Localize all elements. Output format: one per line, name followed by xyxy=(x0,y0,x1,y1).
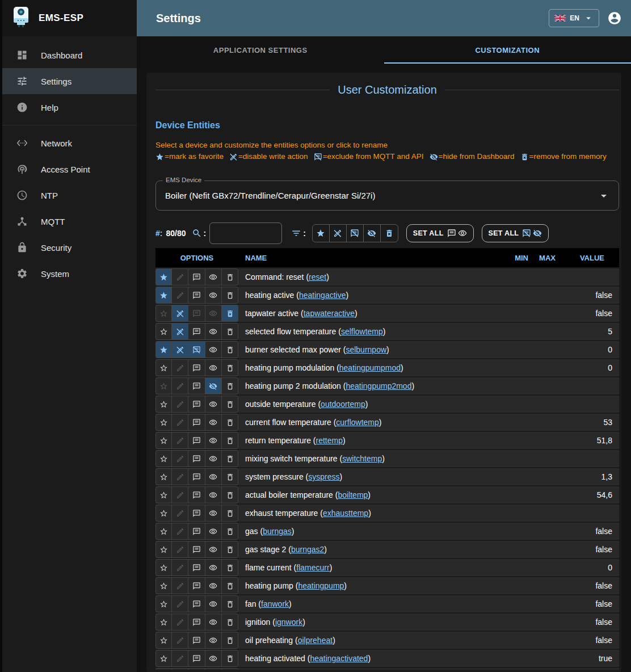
favorite-button[interactable] xyxy=(155,323,172,340)
favorite-button[interactable] xyxy=(155,577,172,594)
entity-code-link[interactable]: flamecurr xyxy=(296,563,329,572)
edit-rename-button[interactable] xyxy=(172,523,188,540)
favorite-button[interactable] xyxy=(155,486,172,503)
entity-name-cell[interactable]: gas (burngas) xyxy=(238,527,502,536)
visibility-button[interactable] xyxy=(205,359,222,376)
entity-name-cell[interactable]: heating activated (heatingactivated) xyxy=(238,654,502,663)
visibility-button[interactable] xyxy=(205,595,222,612)
edit-rename-button[interactable] xyxy=(172,505,188,522)
visibility-button[interactable] xyxy=(205,577,222,594)
delete-button[interactable] xyxy=(222,577,238,594)
delete-button[interactable] xyxy=(222,341,238,358)
mqtt-exclude-button[interactable] xyxy=(188,668,205,670)
delete-button[interactable] xyxy=(222,523,238,540)
favorite-button[interactable] xyxy=(155,559,172,576)
sidebar-item-access-point[interactable]: Access Point xyxy=(2,156,137,182)
entity-code-link[interactable]: outdoortemp xyxy=(321,400,365,409)
entity-name-cell[interactable]: heating pump (heatingpump) xyxy=(238,581,502,590)
visibility-button[interactable] xyxy=(205,432,222,449)
delete-button[interactable] xyxy=(222,414,238,431)
entity-name-cell[interactable]: selected flow temperature (selflowtemp) xyxy=(238,327,502,336)
favorite-button[interactable] xyxy=(155,595,172,612)
visibility-button[interactable] xyxy=(205,377,222,394)
mqtt-exclude-button[interactable] xyxy=(188,287,205,304)
mqtt-exclude-button[interactable] xyxy=(188,632,205,649)
entity-code-link[interactable]: burngas2 xyxy=(291,545,324,554)
sidebar-item-ntp[interactable]: NTP xyxy=(2,182,137,208)
visibility-button[interactable] xyxy=(205,541,222,558)
sidebar-item-security[interactable]: Security xyxy=(2,234,137,261)
visibility-button[interactable] xyxy=(205,559,222,576)
delete-button[interactable] xyxy=(222,650,238,667)
visibility-button[interactable] xyxy=(205,287,222,304)
edit-rename-button[interactable] xyxy=(172,268,188,285)
visibility-button[interactable] xyxy=(205,414,222,431)
mqtt-exclude-button[interactable] xyxy=(188,541,205,558)
tab-application-settings[interactable]: APPLICATION SETTINGS xyxy=(137,36,384,64)
entity-code-link[interactable]: burngas xyxy=(263,527,292,536)
mqtt-exclude-button[interactable] xyxy=(188,268,205,285)
visibility-button[interactable] xyxy=(205,396,222,413)
edit-rename-button[interactable] xyxy=(172,341,188,358)
delete-button[interactable] xyxy=(222,559,238,576)
tab-customization[interactable]: CUSTOMIZATION xyxy=(384,36,631,64)
mqtt-exclude-button[interactable] xyxy=(188,450,205,467)
entity-code-link[interactable]: rettemp xyxy=(316,436,343,445)
mqtt-exclude-button[interactable] xyxy=(188,414,205,431)
favorite-button[interactable] xyxy=(155,523,172,540)
delete-button[interactable] xyxy=(222,396,238,413)
edit-rename-button[interactable] xyxy=(172,450,188,467)
delete-button[interactable] xyxy=(222,432,238,449)
entity-code-link[interactable]: heatingactive xyxy=(299,291,346,300)
visibility-button[interactable] xyxy=(205,468,222,485)
favorite-button[interactable] xyxy=(155,377,172,394)
sidebar-item-help[interactable]: Help xyxy=(2,94,137,120)
edit-rename-button[interactable] xyxy=(172,287,188,304)
set-all-visible-button[interactable]: SET ALL xyxy=(406,224,474,242)
language-selector[interactable]: EN xyxy=(549,9,599,27)
entity-name-cell[interactable]: exhaust temperature (exhausttemp) xyxy=(238,509,502,518)
mqtt-exclude-button[interactable] xyxy=(188,577,205,594)
edit-rename-button[interactable] xyxy=(172,559,188,576)
edit-rename-button[interactable] xyxy=(172,468,188,485)
mqtt-exclude-button[interactable] xyxy=(188,341,205,358)
delete-button[interactable] xyxy=(222,287,238,304)
delete-button[interactable] xyxy=(222,595,238,612)
edit-rename-button[interactable] xyxy=(172,577,188,594)
entity-name-cell[interactable]: heating active (heatingactive) xyxy=(238,291,502,300)
favorite-button[interactable] xyxy=(155,359,172,376)
entity-code-link[interactable]: fanwork xyxy=(261,599,289,608)
quick-filter-eye-off-button[interactable] xyxy=(364,225,381,242)
entity-code-link[interactable]: selburnpow xyxy=(346,345,386,354)
edit-rename-button[interactable] xyxy=(172,632,188,649)
entity-name-cell[interactable]: outside temperature (outdoortemp) xyxy=(238,400,502,409)
edit-rename-button[interactable] xyxy=(172,414,188,431)
entity-name-cell[interactable]: tapwater active (tapwateractive) xyxy=(238,309,502,318)
edit-rename-button[interactable] xyxy=(172,377,188,394)
edit-rename-button[interactable] xyxy=(172,486,188,503)
favorite-button[interactable] xyxy=(155,414,172,431)
edit-rename-button[interactable] xyxy=(172,595,188,612)
delete-button[interactable] xyxy=(222,468,238,485)
mqtt-exclude-button[interactable] xyxy=(188,486,205,503)
favorite-button[interactable] xyxy=(155,305,172,322)
account-icon[interactable] xyxy=(607,11,622,26)
mqtt-exclude-button[interactable] xyxy=(188,323,205,340)
mqtt-exclude-button[interactable] xyxy=(188,595,205,612)
favorite-button[interactable] xyxy=(155,632,172,649)
visibility-button[interactable] xyxy=(205,323,222,340)
favorite-button[interactable] xyxy=(155,450,172,467)
favorite-button[interactable] xyxy=(155,650,172,667)
entity-code-link[interactable]: boiltemp xyxy=(338,490,368,499)
favorite-button[interactable] xyxy=(155,468,172,485)
favorite-button[interactable] xyxy=(155,287,172,304)
entity-code-link[interactable]: reset xyxy=(309,272,326,282)
mqtt-exclude-button[interactable] xyxy=(188,468,205,485)
entity-name-cell[interactable]: heating pump 2 modulation (heatingpump2m… xyxy=(238,381,502,390)
edit-rename-button[interactable] xyxy=(172,541,188,558)
entity-code-link[interactable]: heatingpumpmod xyxy=(339,363,401,372)
delete-button[interactable] xyxy=(222,450,238,467)
visibility-button[interactable] xyxy=(205,305,222,322)
visibility-button[interactable] xyxy=(205,341,222,358)
entity-name-cell[interactable]: burner selected max power (selburnpow) xyxy=(238,345,502,354)
